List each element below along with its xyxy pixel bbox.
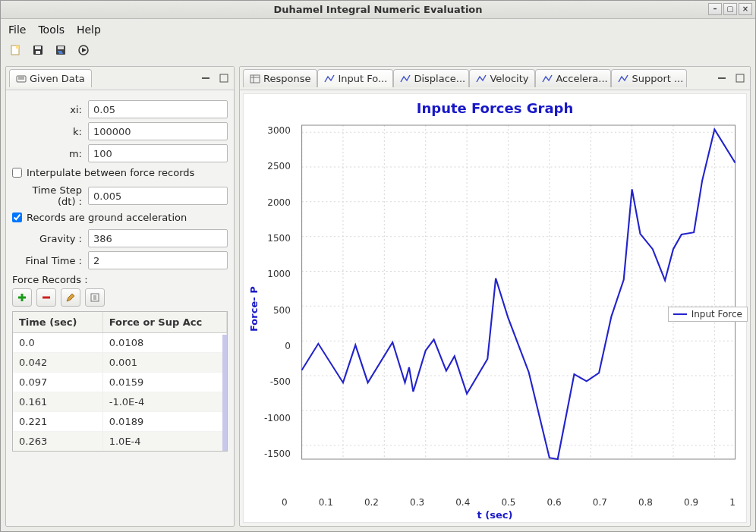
k-row: k: bbox=[12, 122, 228, 140]
m-row: m: bbox=[12, 144, 228, 162]
tab-response[interactable]: Response bbox=[243, 69, 317, 87]
panel-maximize-icon[interactable] bbox=[219, 73, 229, 83]
final-row: Final Time : bbox=[12, 251, 228, 269]
chart-panel: Response Input Fo... Displace... Velocit… bbox=[239, 66, 751, 527]
legend-label: Input Force bbox=[691, 309, 742, 320]
edit-record-button[interactable] bbox=[61, 288, 80, 307]
table-row[interactable]: 0.0420.001 bbox=[13, 353, 227, 373]
table-icon bbox=[250, 74, 260, 84]
window-title: Duhamel Integral Numeric Evaluation bbox=[273, 4, 482, 15]
new-icon[interactable] bbox=[7, 42, 24, 58]
interp-checkbox[interactable] bbox=[12, 168, 22, 178]
tab-velocity-label: Velocity bbox=[490, 73, 528, 84]
svg-rect-6 bbox=[58, 46, 64, 49]
chart-plot bbox=[294, 118, 743, 467]
svg-rect-13 bbox=[220, 74, 228, 82]
svg-rect-4 bbox=[36, 51, 40, 54]
chart-icon bbox=[618, 74, 628, 84]
chart-icon bbox=[324, 74, 335, 84]
keyboard-icon bbox=[16, 74, 27, 84]
gravity-input[interactable] bbox=[88, 229, 228, 247]
close-button[interactable]: × bbox=[739, 3, 752, 15]
table-row[interactable]: 0.2910.0059 bbox=[13, 452, 227, 452]
dt-row: Time Step (dt) : bbox=[12, 184, 228, 207]
xi-input[interactable] bbox=[88, 100, 228, 118]
ground-label[interactable]: Records are ground acceleration bbox=[27, 212, 187, 223]
panel-minimize-icon[interactable] bbox=[200, 73, 211, 83]
ground-row: Records are ground acceleration bbox=[12, 212, 228, 223]
gravity-row: Gravity : bbox=[12, 229, 228, 247]
col-time[interactable]: Time (sec) bbox=[13, 312, 102, 333]
given-data-tab[interactable]: Given Data bbox=[9, 69, 92, 87]
import-record-button[interactable] bbox=[85, 288, 105, 307]
main-body: Given Data xi: k: m: bbox=[1, 63, 755, 531]
toolbar bbox=[1, 40, 755, 63]
tab-input-force-label: Input Fo... bbox=[338, 73, 387, 84]
table-scrollbar[interactable] bbox=[222, 335, 227, 451]
ground-checkbox[interactable] bbox=[12, 212, 22, 222]
svg-rect-1 bbox=[16, 46, 19, 49]
tab-displacement-label: Displace... bbox=[414, 73, 465, 84]
menu-tools[interactable]: Tools bbox=[38, 24, 65, 36]
given-data-body: xi: k: m: Interpulate between force reco… bbox=[6, 90, 234, 526]
svg-rect-12 bbox=[202, 77, 209, 79]
chart-icon bbox=[542, 74, 553, 84]
dt-input[interactable] bbox=[88, 187, 228, 205]
app-window: Duhamel Integral Numeric Evaluation – ▢ … bbox=[0, 0, 756, 532]
m-label: m: bbox=[12, 148, 88, 159]
svg-rect-21 bbox=[718, 77, 726, 79]
save-icon[interactable] bbox=[30, 42, 46, 58]
xi-label: xi: bbox=[12, 104, 88, 115]
table-row[interactable]: 0.0970.0159 bbox=[13, 373, 227, 392]
records-toolbar bbox=[12, 288, 228, 307]
svg-rect-44 bbox=[301, 125, 735, 459]
chart-yticks: 300025002000150010005000-500-1000-1500 bbox=[261, 125, 294, 459]
tab-input-force[interactable]: Input Fo... bbox=[317, 69, 393, 87]
records-table[interactable]: Time (sec) Force or Sup Acc 0.00.01080.0… bbox=[12, 311, 228, 452]
k-input[interactable] bbox=[88, 122, 228, 140]
panel-maximize-icon[interactable] bbox=[735, 73, 745, 83]
chart-legend: Input Force bbox=[668, 307, 748, 322]
svg-rect-3 bbox=[35, 46, 41, 49]
tab-acceleration-label: Accelera... bbox=[556, 73, 607, 84]
interp-row: Interpulate between force records bbox=[12, 167, 228, 178]
menu-file[interactable]: File bbox=[8, 24, 26, 36]
table-row[interactable]: 0.2631.0E-4 bbox=[13, 432, 227, 452]
panel-minimize-icon[interactable] bbox=[717, 73, 727, 83]
svg-rect-22 bbox=[736, 74, 744, 82]
final-input[interactable] bbox=[88, 251, 228, 269]
chart-icon bbox=[400, 74, 411, 84]
gravity-label: Gravity : bbox=[12, 233, 88, 244]
svg-marker-8 bbox=[82, 48, 87, 52]
menu-help[interactable]: Help bbox=[77, 24, 101, 36]
given-data-tab-label: Given Data bbox=[30, 73, 85, 84]
run-icon[interactable] bbox=[75, 42, 92, 58]
minimize-button[interactable]: – bbox=[708, 3, 722, 15]
chart-xlabel: t (sec) bbox=[247, 509, 743, 521]
tab-velocity[interactable]: Velocity bbox=[469, 69, 535, 87]
chart-ylabel: Force- P bbox=[247, 118, 261, 500]
tab-displacement[interactable]: Displace... bbox=[393, 69, 469, 87]
tab-support-label: Support ... bbox=[632, 73, 683, 84]
chart-panel-head: Response Input Fo... Displace... Velocit… bbox=[240, 67, 750, 90]
menubar: File Tools Help bbox=[1, 19, 755, 40]
final-label: Final Time : bbox=[12, 255, 88, 266]
table-row[interactable]: 0.00.0108 bbox=[13, 333, 227, 353]
add-record-button[interactable] bbox=[12, 288, 32, 307]
interp-label[interactable]: Interpulate between force records bbox=[27, 167, 194, 178]
tab-acceleration[interactable]: Accelera... bbox=[535, 69, 611, 87]
chart-title: Inpute Forces Graph bbox=[247, 100, 743, 116]
dt-label: Time Step (dt) : bbox=[12, 184, 88, 207]
chart-area: Inpute Forces Graph Force- P 30002500200… bbox=[243, 93, 747, 523]
table-row[interactable]: 0.161-1.0E-4 bbox=[13, 392, 227, 412]
m-input[interactable] bbox=[88, 144, 228, 162]
maximize-button[interactable]: ▢ bbox=[723, 3, 737, 15]
col-force[interactable]: Force or Sup Acc bbox=[102, 312, 226, 333]
legend-line-icon bbox=[673, 313, 687, 315]
tab-support[interactable]: Support ... bbox=[611, 69, 687, 87]
records-label: Force Records : bbox=[12, 274, 228, 285]
remove-record-button[interactable] bbox=[36, 288, 56, 307]
tab-response-label: Response bbox=[263, 73, 310, 84]
table-row[interactable]: 0.2210.0189 bbox=[13, 412, 227, 432]
open-icon[interactable] bbox=[52, 42, 69, 58]
